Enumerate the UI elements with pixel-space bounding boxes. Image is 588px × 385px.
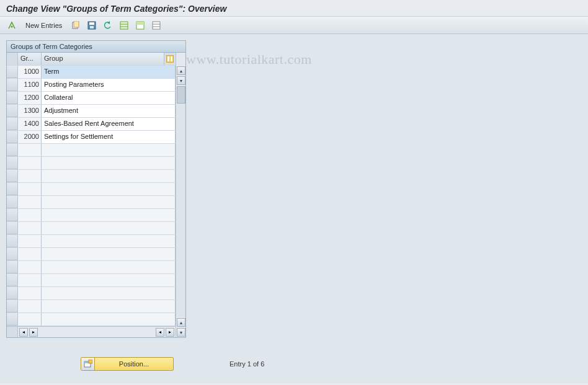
cell-name[interactable] [42,274,176,286]
row-selector[interactable] [7,235,18,247]
row-selector[interactable] [7,274,18,286]
table-row[interactable] [7,313,176,326]
row-selector[interactable] [7,157,18,169]
scroll-up2-icon[interactable]: ▴ [177,318,185,327]
row-selector[interactable] [7,170,18,182]
cell-code[interactable] [18,235,42,247]
table-row[interactable] [7,248,176,261]
cell-code[interactable]: 1000 [18,66,42,78]
cell-name[interactable] [42,183,176,195]
select-all-icon[interactable] [117,19,131,32]
cell-name[interactable] [42,235,176,247]
cell-code[interactable] [18,209,42,221]
row-selector[interactable] [7,313,18,325]
cell-name[interactable] [42,261,176,273]
row-selector[interactable] [7,105,18,117]
cell-name[interactable]: Collateral [42,92,176,104]
row-selector[interactable] [7,209,18,221]
cell-name[interactable] [42,287,176,299]
cell-code[interactable] [18,183,42,195]
row-selector[interactable] [7,79,18,91]
scroll-left-first-icon[interactable]: ◂ [19,328,28,337]
cell-name[interactable] [42,248,176,260]
cell-name[interactable]: Settings for Settlement [42,131,176,143]
row-selector[interactable] [7,222,18,234]
cell-name[interactable]: Posting Parameters [42,79,176,91]
table-row[interactable] [7,235,176,248]
cell-code[interactable] [18,287,42,299]
copy-icon[interactable] [69,19,82,32]
column-header-name[interactable]: Group [42,53,164,65]
cell-code[interactable] [18,144,42,156]
deselect-all-icon[interactable] [149,19,163,32]
select-block-icon[interactable] [133,19,147,32]
table-row[interactable] [7,183,176,196]
table-row[interactable] [7,261,176,274]
row-selector[interactable] [7,66,18,78]
undo-icon[interactable] [101,19,115,32]
row-selector[interactable] [7,183,18,195]
table-row[interactable] [7,157,176,170]
cell-code[interactable]: 1200 [18,92,42,104]
cell-code[interactable] [18,274,42,286]
table-row[interactable] [7,144,176,157]
cell-code[interactable]: 1100 [18,79,42,91]
cell-code[interactable] [18,248,42,260]
row-selector[interactable] [7,131,18,143]
table-config-button[interactable] [164,53,176,65]
row-selector[interactable] [7,261,18,273]
table-row[interactable] [7,196,176,209]
table-row[interactable] [7,222,176,235]
cell-code[interactable] [18,300,42,312]
row-selector[interactable] [7,248,18,260]
row-selector[interactable] [7,196,18,208]
cell-name[interactable] [42,144,176,156]
cell-name[interactable] [42,170,176,182]
table-row[interactable]: 1300Adjustment [7,105,176,118]
cell-code[interactable] [18,170,42,182]
cell-code[interactable] [18,222,42,234]
cell-code[interactable]: 1300 [18,105,42,117]
toggle-icon[interactable] [5,19,19,32]
scroll-right-last-icon[interactable]: ▸ [166,328,174,337]
table-row[interactable] [7,274,176,287]
table-row[interactable]: 1100Posting Parameters [7,79,176,92]
cell-code[interactable] [18,313,42,325]
cell-code[interactable]: 2000 [18,131,42,143]
cell-name[interactable] [42,209,176,221]
table-row[interactable]: 1400Sales-Based Rent Agreement [7,118,176,131]
horizontal-scrollbar[interactable]: ◂ ▸ ◂ ▸ [7,326,176,337]
cell-name[interactable]: Term [42,66,176,78]
cell-code[interactable] [18,261,42,273]
table-row[interactable] [7,170,176,183]
scroll-left-icon[interactable]: ▸ [29,328,38,337]
cell-name[interactable] [42,313,176,325]
cell-name[interactable] [42,222,176,234]
new-entries-button[interactable]: New Entries [21,19,66,32]
cell-code[interactable]: 1400 [18,118,42,130]
row-selector[interactable] [7,118,18,130]
cell-code[interactable] [18,196,42,208]
table-row[interactable] [7,300,176,313]
table-row[interactable]: 1000Term [7,66,176,79]
cell-name[interactable] [42,196,176,208]
row-selector[interactable] [7,287,18,299]
cell-name[interactable] [42,157,176,169]
table-row[interactable]: 1200Collateral [7,92,176,105]
row-selector[interactable] [7,92,18,104]
scroll-down-icon[interactable]: ▾ [177,76,185,85]
cell-name[interactable] [42,300,176,312]
row-selector[interactable] [7,300,18,312]
scroll-right-icon[interactable]: ◂ [156,328,164,337]
cell-name[interactable]: Adjustment [42,105,176,117]
table-row[interactable]: 2000Settings for Settlement [7,131,176,144]
cell-name[interactable]: Sales-Based Rent Agreement [42,118,176,130]
vertical-scrollbar[interactable]: ▴ ▾ ▴ ▾ [176,53,185,337]
table-row[interactable] [7,287,176,300]
save-icon[interactable] [85,19,99,32]
column-header-code[interactable]: Gr... [18,53,42,65]
scroll-up-icon[interactable]: ▴ [177,66,185,75]
table-row[interactable] [7,209,176,222]
row-selector[interactable] [7,144,18,156]
scroll-down2-icon[interactable]: ▾ [177,328,185,337]
